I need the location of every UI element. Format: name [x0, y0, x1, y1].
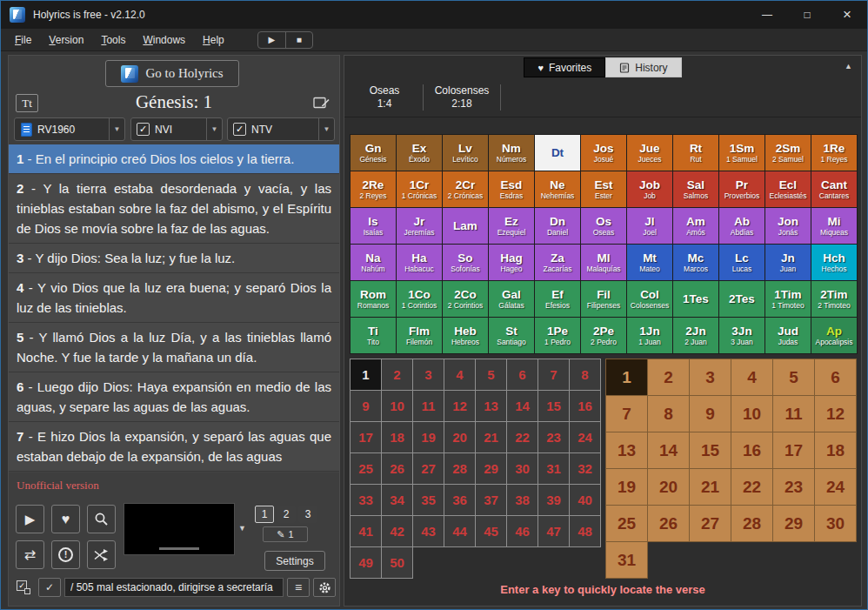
- verse-6[interactable]: 6: [814, 359, 857, 396]
- book-Rom[interactable]: RomRomanos: [351, 281, 396, 317]
- book-Jn[interactable]: JnJuan: [765, 245, 811, 280]
- tab-favorites[interactable]: ♥ Favorites: [524, 57, 605, 77]
- book-Dt[interactable]: Dt: [535, 135, 580, 171]
- chapter-26[interactable]: 26: [381, 452, 413, 485]
- page-button-1[interactable]: 1: [255, 506, 274, 523]
- alert-button[interactable]: !: [51, 540, 80, 569]
- book-2Pe[interactable]: 2Pe2 Pedro: [581, 318, 626, 353]
- ntv-checkbox[interactable]: ✓: [233, 123, 246, 136]
- book-Is[interactable]: IsIsaías: [351, 208, 396, 244]
- menu-item-help[interactable]: Help: [194, 30, 233, 50]
- verse-20[interactable]: 20: [647, 468, 690, 506]
- repeat-button[interactable]: ⇄: [16, 540, 44, 569]
- page-edit-button[interactable]: ✎ 1: [263, 526, 308, 542]
- chapter-24[interactable]: 24: [569, 421, 601, 453]
- verse-7[interactable]: 7: [605, 395, 648, 432]
- chapter-46[interactable]: 46: [506, 515, 538, 547]
- book-1Pe[interactable]: 1Pe1 Pedro: [535, 318, 580, 353]
- book-Ef[interactable]: EfEfesios: [535, 281, 580, 317]
- present-button[interactable]: ▶: [16, 505, 44, 533]
- verse-18[interactable]: 18: [814, 432, 857, 469]
- book-Am[interactable]: AmAmós: [673, 208, 718, 244]
- chapter-19[interactable]: 19: [412, 421, 444, 453]
- book-Ecl[interactable]: EclEclesiastés: [765, 171, 811, 207]
- chapter-39[interactable]: 39: [537, 484, 570, 516]
- book-Est[interactable]: EstEster: [581, 171, 626, 207]
- book-1Tes[interactable]: 1Tes: [673, 281, 718, 317]
- verse-11[interactable]: 11: [772, 395, 815, 432]
- verse-5[interactable]: 5: [772, 359, 815, 396]
- book-Ne[interactable]: NeNehemías: [535, 171, 580, 207]
- book-Ap[interactable]: ApApocalipsis: [811, 318, 857, 353]
- stop-display-button[interactable]: ■: [285, 32, 312, 48]
- chapter-20[interactable]: 20: [444, 421, 476, 453]
- go-to-holyrics-button[interactable]: Go to Holyrics: [105, 60, 239, 87]
- book-Za[interactable]: ZaZacarías: [535, 245, 580, 280]
- book-Sal[interactable]: SalSalmos: [673, 171, 718, 207]
- chapter-31[interactable]: 31: [537, 452, 570, 485]
- chapter-33[interactable]: 33: [350, 484, 382, 516]
- chapter-10[interactable]: 10: [381, 390, 413, 422]
- favorite-item[interactable]: Oseas1:4: [348, 84, 421, 111]
- chapter-44[interactable]: 44: [444, 515, 476, 547]
- secondary-version-select-nvi[interactable]: ✓ NVI ▼: [130, 117, 223, 141]
- verse-28[interactable]: 28: [731, 505, 773, 542]
- book-Gn[interactable]: GnGénesis: [351, 135, 396, 171]
- chapter-16[interactable]: 16: [569, 390, 601, 422]
- book-Ex[interactable]: ExÉxodo: [397, 135, 442, 171]
- verse-17[interactable]: 17: [772, 432, 815, 469]
- verse-22[interactable]: 22: [731, 468, 773, 506]
- verse-row[interactable]: 5 - Y llamó Dios a la luz Día, y a las t…: [9, 323, 339, 372]
- primary-version-select[interactable]: RV1960 ▼: [14, 117, 125, 141]
- book-Flm[interactable]: FlmFilemón: [397, 318, 442, 353]
- book-1Sm[interactable]: 1Sm1 Samuel: [719, 135, 765, 171]
- chapter-12[interactable]: 12: [444, 390, 476, 422]
- tab-history[interactable]: History: [605, 57, 681, 77]
- close-button[interactable]: ×: [827, 1, 867, 29]
- verse-27[interactable]: 27: [689, 505, 731, 542]
- book-Ti[interactable]: TiTito: [351, 318, 396, 353]
- chapter-41[interactable]: 41: [350, 515, 382, 547]
- book-Jr[interactable]: JrJeremías: [397, 208, 442, 244]
- chapter-42[interactable]: 42: [381, 515, 413, 547]
- chapter-4[interactable]: 4: [444, 359, 476, 391]
- chapter-3[interactable]: 3: [412, 359, 444, 391]
- chapter-37[interactable]: 37: [475, 484, 507, 516]
- book-Na[interactable]: NaNahúm: [351, 245, 396, 280]
- verse-13[interactable]: 13: [605, 432, 648, 469]
- menu-item-tools[interactable]: Tools: [92, 30, 134, 50]
- book-Lc[interactable]: LcLucas: [719, 245, 765, 280]
- chapter-27[interactable]: 27: [412, 452, 444, 485]
- book-So[interactable]: SoSofonías: [443, 245, 488, 280]
- nvi-checkbox[interactable]: ✓: [137, 123, 150, 136]
- book-2Cr[interactable]: 2Cr2 Crónicas: [443, 171, 488, 207]
- chapter-34[interactable]: 34: [381, 484, 413, 516]
- chapter-50[interactable]: 50: [381, 546, 413, 579]
- book-Esd[interactable]: EsdEsdras: [489, 171, 534, 207]
- chapter-15[interactable]: 15: [537, 390, 570, 422]
- chapter-11[interactable]: 11: [412, 390, 444, 422]
- book-2Re[interactable]: 2Re2 Reyes: [351, 171, 396, 207]
- book-Mc[interactable]: McMarcos: [673, 245, 718, 280]
- book-Dn[interactable]: DnDaniel: [535, 208, 580, 244]
- book-Jon[interactable]: JonJonás: [765, 208, 811, 244]
- book-Mt[interactable]: MtMateo: [627, 245, 672, 280]
- menu-item-file[interactable]: File: [6, 30, 40, 50]
- book-1Cr[interactable]: 1Cr1 Crónicas: [397, 171, 442, 207]
- chapter-43[interactable]: 43: [412, 515, 444, 547]
- book-Ha[interactable]: HaHabacuc: [397, 245, 442, 280]
- chapter-28[interactable]: 28: [444, 452, 476, 485]
- preview-dropdown-icon[interactable]: ▼: [238, 524, 246, 533]
- book-2Sm[interactable]: 2Sm2 Samuel: [765, 135, 811, 171]
- favorite-item[interactable]: Colosenses2:18: [425, 84, 498, 111]
- verse-14[interactable]: 14: [647, 432, 690, 469]
- book-Ab[interactable]: AbAbdías: [719, 208, 765, 244]
- chapter-17[interactable]: 17: [350, 421, 382, 453]
- book-1Jn[interactable]: 1Jn1 Juan: [627, 318, 672, 353]
- verse-29[interactable]: 29: [772, 505, 815, 542]
- settings-button[interactable]: Settings: [264, 551, 325, 571]
- verse-10[interactable]: 10: [731, 395, 773, 432]
- chapter-5[interactable]: 5: [475, 359, 507, 391]
- chapter-48[interactable]: 48: [569, 515, 601, 547]
- message-settings-button[interactable]: [313, 578, 336, 597]
